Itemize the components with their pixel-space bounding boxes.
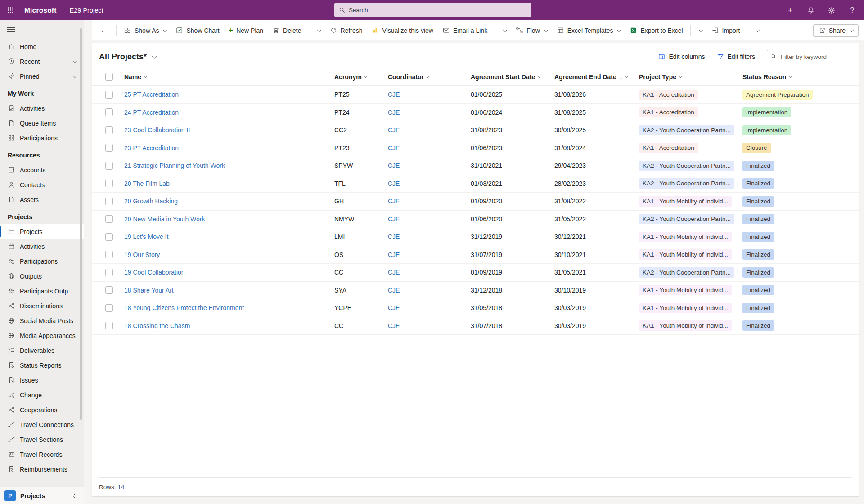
project-name-link[interactable]: 18 Share Your Art	[124, 287, 174, 294]
show-chart-button[interactable]: Show Chart	[171, 23, 223, 37]
overflow-button[interactable]	[498, 27, 511, 35]
overflow-button[interactable]	[312, 27, 325, 35]
import-button[interactable]: Import	[707, 23, 744, 37]
waffle-menu-button[interactable]	[0, 0, 21, 20]
column-header-agreement-start-date[interactable]: Agreement Start Date	[471, 73, 554, 81]
table-row[interactable]: 23 PT Accreditation PT23 CJE 01/06/2023 …	[92, 140, 860, 158]
sidebar-item-outputs[interactable]: Outputs	[0, 269, 84, 284]
coordinator-link[interactable]: CJE	[388, 216, 400, 223]
sidebar-item-assets[interactable]: Assets	[0, 192, 84, 207]
coordinator-link[interactable]: CJE	[388, 198, 400, 205]
area-switcher[interactable]: P Projects	[0, 487, 84, 504]
global-search-input[interactable]	[334, 3, 531, 17]
visualize-view-button[interactable]: Visualize this view	[368, 23, 437, 37]
project-name-link[interactable]: 19 Cool Collaboration	[124, 269, 185, 276]
project-name-link[interactable]: 20 New Media in Youth Work	[124, 216, 205, 223]
sidebar-scrollbar[interactable]	[80, 28, 82, 420]
sidebar-item-issues[interactable]: Issues	[0, 373, 84, 387]
row-checkbox[interactable]	[105, 91, 113, 99]
flow-button[interactable]: Flow	[512, 23, 552, 37]
back-button[interactable]: ←	[95, 23, 113, 38]
project-name-link[interactable]: 21 Strategic Planning of Youth Work	[124, 162, 225, 169]
table-row[interactable]: 20 New Media in Youth Work NMYW CJE 01/0…	[92, 211, 860, 229]
sidebar-item-project-participations[interactable]: Participations	[0, 254, 84, 269]
sidebar-item-reimbursements[interactable]: Reimbursements	[0, 462, 84, 477]
help-button[interactable]: ?	[848, 6, 857, 15]
delete-button[interactable]: Delete	[268, 23, 305, 37]
coordinator-link[interactable]: CJE	[388, 251, 400, 258]
table-row[interactable]: 20 The Film Lab TFL CJE 01/03/2021 28/02…	[92, 175, 860, 193]
project-name-link[interactable]: 19 Let's Move It	[124, 233, 168, 240]
table-row[interactable]: 20 Growth Hacking GH CJE 01/09/2020 31/0…	[92, 193, 860, 211]
sidebar-item-participants-outputs[interactable]: Participants Outp...	[0, 284, 84, 298]
row-checkbox[interactable]	[105, 108, 113, 116]
row-checkbox[interactable]	[105, 286, 113, 294]
coordinator-link[interactable]: CJE	[388, 162, 400, 169]
view-selector[interactable]: All Projects*	[99, 52, 156, 62]
coordinator-link[interactable]: CJE	[388, 269, 400, 276]
collapse-sidebar-button[interactable]	[7, 25, 15, 34]
row-checkbox[interactable]	[105, 233, 113, 241]
sidebar-item-participations[interactable]: Participations	[0, 130, 84, 145]
sidebar-item-accounts[interactable]: Accounts	[0, 162, 84, 177]
sidebar-item-contacts[interactable]: Contacts	[0, 177, 84, 192]
sidebar-item-cooperations[interactable]: Cooperations	[0, 402, 84, 417]
sidebar-item-project-activities[interactable]: Activities	[0, 239, 84, 254]
refresh-button[interactable]: Refresh	[326, 23, 367, 37]
excel-templates-button[interactable]: Excel Templates	[553, 23, 625, 37]
sidebar-item-projects[interactable]: Projects	[0, 224, 84, 239]
sidebar-item-pinned[interactable]: Pinned	[0, 69, 84, 84]
sidebar-item-disseminations[interactable]: Disseminations	[0, 298, 84, 313]
sidebar-item-deliverables[interactable]: Deliverables	[0, 343, 84, 358]
coordinator-link[interactable]: CJE	[388, 126, 400, 134]
row-checkbox[interactable]	[105, 126, 113, 134]
column-header-project-type[interactable]: Project Type	[639, 73, 742, 81]
quick-create-button[interactable]: +	[786, 6, 795, 15]
coordinator-link[interactable]: CJE	[388, 91, 400, 98]
column-header-coordinator[interactable]: Coordinator	[388, 73, 471, 81]
project-name-link[interactable]: 18 Young Citizens Protect the Environmen…	[124, 304, 244, 311]
row-checkbox[interactable]	[105, 322, 113, 329]
row-checkbox[interactable]	[105, 215, 113, 223]
sidebar-item-social-media-posts[interactable]: Social Media Posts	[0, 313, 84, 328]
select-all-checkbox[interactable]	[105, 73, 113, 81]
keyword-filter-input[interactable]	[767, 50, 850, 63]
share-button[interactable]: Share	[813, 24, 859, 37]
sidebar-item-change[interactable]: Change	[0, 387, 84, 402]
export-to-excel-button[interactable]: Export to Excel	[626, 23, 687, 37]
project-name-link[interactable]: 24 PT Accreditation	[124, 109, 179, 116]
sidebar-item-recent[interactable]: Recent	[0, 54, 84, 69]
overflow-button[interactable]	[751, 27, 763, 35]
coordinator-link[interactable]: CJE	[388, 287, 400, 294]
sidebar-item-queue-items[interactable]: Queue Items	[0, 116, 84, 130]
sidebar-item-activities[interactable]: Activities	[0, 101, 84, 116]
table-row[interactable]: 18 Share Your Art SYA CJE 31/12/2018 30/…	[92, 282, 860, 300]
show-as-button[interactable]: Show As	[120, 23, 171, 37]
column-header-acronym[interactable]: Acronym	[334, 73, 388, 81]
sidebar-item-travel-connections[interactable]: Travel Connections	[0, 417, 84, 432]
sidebar-item-status-reports[interactable]: Status Reports	[0, 358, 84, 373]
table-row[interactable]: 19 Let's Move It LMI CJE 31/12/2019 30/1…	[92, 228, 860, 246]
overflow-button[interactable]	[694, 27, 706, 35]
coordinator-link[interactable]: CJE	[388, 233, 400, 240]
sidebar-item-travel-records[interactable]: Travel Records	[0, 447, 84, 462]
edit-columns-button[interactable]: Edit columns	[654, 50, 708, 63]
notifications-button[interactable]	[806, 6, 815, 15]
coordinator-link[interactable]: CJE	[388, 180, 400, 187]
sidebar-item-travel-sections[interactable]: Travel Sections	[0, 432, 84, 447]
keyword-filter[interactable]	[767, 50, 850, 63]
app-name[interactable]: E29 Project	[70, 7, 104, 14]
row-checkbox[interactable]	[105, 198, 113, 205]
table-row[interactable]: 21 Strategic Planning of Youth Work SPYW…	[92, 157, 860, 175]
coordinator-link[interactable]: CJE	[388, 304, 400, 311]
sidebar-item-media-appearances[interactable]: Media Appearances	[0, 328, 84, 343]
project-name-link[interactable]: 25 PT Accreditation	[124, 91, 179, 98]
table-row[interactable]: 19 Cool Collaboration CC CJE 01/09/2019 …	[92, 264, 860, 282]
row-checkbox[interactable]	[105, 144, 113, 152]
table-row[interactable]: 18 Crossing the Chasm CC CJE 31/07/2018 …	[92, 317, 860, 335]
project-name-link[interactable]: 19 Our Story	[124, 251, 160, 258]
table-row[interactable]: 25 PT Accreditation PT25 CJE 01/06/2025 …	[92, 86, 860, 104]
column-header-agreement-end-date[interactable]: Agreement End Date↓	[554, 73, 639, 81]
project-name-link[interactable]: 20 Growth Hacking	[124, 198, 178, 205]
project-name-link[interactable]: 18 Crossing the Chasm	[124, 322, 190, 329]
